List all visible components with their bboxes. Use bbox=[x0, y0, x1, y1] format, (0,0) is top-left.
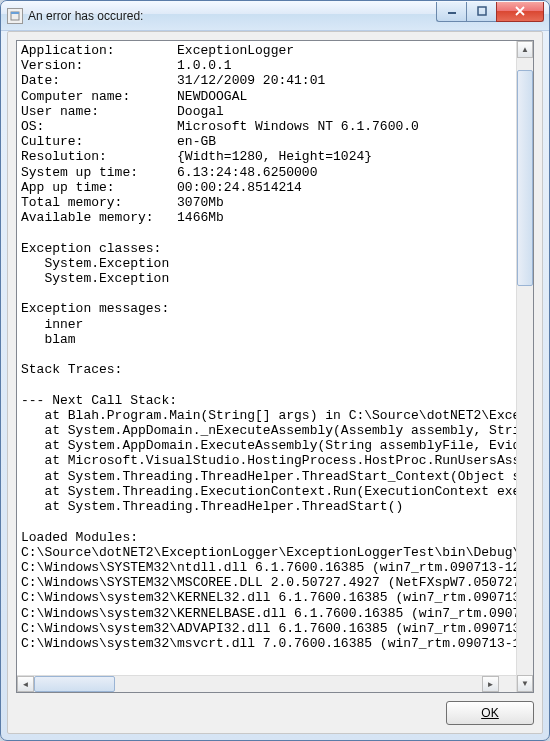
close-button[interactable] bbox=[496, 2, 544, 22]
svg-rect-1 bbox=[11, 12, 19, 14]
scroll-right-button[interactable]: ► bbox=[482, 676, 499, 692]
vertical-scrollbar[interactable]: ▲ ▼ bbox=[516, 41, 533, 692]
h-scroll-track[interactable] bbox=[34, 676, 482, 692]
v-scroll-thumb[interactable] bbox=[517, 70, 533, 286]
minimize-icon bbox=[447, 6, 457, 16]
titlebar[interactable]: An error has occured: bbox=[1, 1, 549, 31]
error-text-content[interactable]: Application: ExceptionLogger Version: 1.… bbox=[17, 41, 516, 675]
error-dialog-window: An error has occured: Application: Excep… bbox=[0, 0, 550, 741]
scroll-up-button[interactable]: ▲ bbox=[517, 41, 533, 58]
svg-rect-3 bbox=[478, 7, 486, 15]
app-icon bbox=[7, 8, 23, 24]
window-controls bbox=[436, 2, 544, 22]
ok-button[interactable]: OK bbox=[446, 701, 534, 725]
close-icon bbox=[514, 6, 526, 16]
scroll-down-button[interactable]: ▼ bbox=[517, 675, 533, 692]
client-area: Application: ExceptionLogger Version: 1.… bbox=[7, 31, 543, 734]
window-title: An error has occured: bbox=[28, 9, 436, 23]
v-scroll-track[interactable] bbox=[517, 58, 533, 675]
maximize-icon bbox=[477, 6, 487, 16]
svg-rect-2 bbox=[448, 12, 456, 14]
dialog-button-row: OK bbox=[16, 693, 534, 725]
scroll-left-button[interactable]: ◄ bbox=[17, 676, 34, 692]
maximize-button[interactable] bbox=[466, 2, 496, 22]
error-text-area[interactable]: Application: ExceptionLogger Version: 1.… bbox=[16, 40, 534, 693]
minimize-button[interactable] bbox=[436, 2, 466, 22]
horizontal-scrollbar[interactable]: ◄ ► bbox=[17, 675, 516, 692]
h-scroll-thumb[interactable] bbox=[34, 676, 115, 692]
scrollbar-corner bbox=[499, 676, 516, 692]
